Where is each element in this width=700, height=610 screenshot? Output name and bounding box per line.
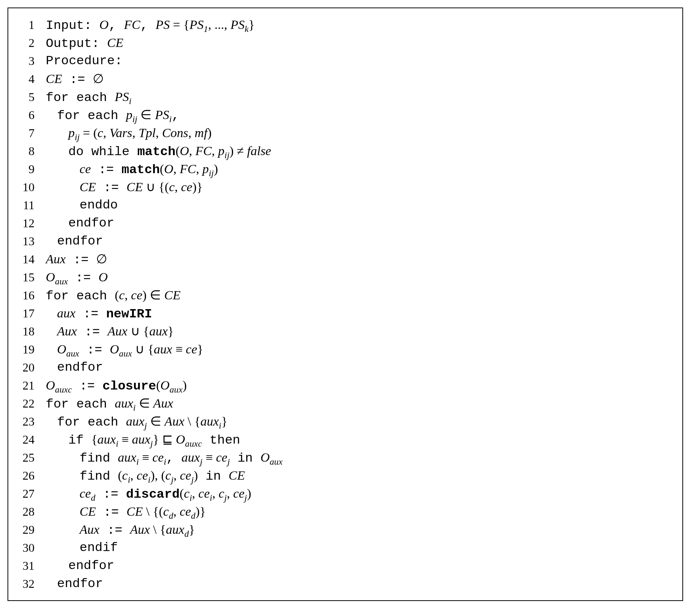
- code-token: endif: [80, 541, 118, 555]
- code-token: FC: [124, 18, 140, 32]
- code-line: for each pij ∈ PSi,: [46, 106, 675, 124]
- code-line: if {auxi ≡ auxj} ⊑ Oauxc then: [46, 430, 675, 448]
- code-token: ce: [180, 504, 191, 518]
- line-number-gutter: 1234567891011121314151617181920212223242…: [8, 8, 42, 600]
- code-token: \ {(: [143, 504, 163, 518]
- code-token: :=: [91, 163, 122, 177]
- code-token: do while: [68, 145, 137, 159]
- code-token: c: [98, 126, 103, 140]
- code-token: ce: [233, 486, 244, 500]
- code-token: p: [218, 144, 224, 158]
- code-token: ce: [181, 180, 192, 194]
- code-token: PS: [155, 18, 170, 32]
- code-token: ): [182, 378, 187, 392]
- line-number: 7: [8, 124, 42, 142]
- line-number: 11: [8, 196, 42, 214]
- code-line: Output: CE: [46, 34, 675, 52]
- code-line: aux := newIRI: [46, 304, 675, 322]
- code-token: CE: [80, 504, 96, 518]
- code-token: ,: [140, 18, 156, 33]
- code-token: CE: [46, 72, 62, 86]
- code-token: Procedure:: [46, 54, 122, 68]
- code-token: newIRI: [106, 307, 152, 321]
- code-token: match: [137, 145, 176, 159]
- code-line: find auxi ≡ cei, auxj ≡ cej in Oaux: [46, 448, 675, 467]
- code-token: PS: [115, 90, 129, 104]
- code-token: ): [194, 468, 198, 482]
- code-token: CE: [107, 36, 123, 50]
- code-line: ce := match(O, FC, pij): [46, 160, 675, 178]
- code-token: O: [46, 378, 55, 392]
- code-line: for each (c, ce) ∈ CE: [46, 286, 675, 304]
- code-token: (: [156, 378, 160, 392]
- code-token: O: [99, 18, 109, 32]
- code-token: {: [91, 432, 97, 446]
- line-number: 28: [8, 503, 42, 521]
- code-token: Output:: [46, 36, 107, 51]
- code-token: ,: [212, 144, 218, 158]
- line-number: 13: [8, 232, 42, 250]
- line-number: 10: [8, 178, 42, 196]
- code-token: CE: [126, 180, 143, 194]
- code-token: i: [219, 421, 221, 430]
- code-token: aux: [57, 306, 75, 320]
- code-token: :=: [75, 307, 106, 321]
- code-token: endfor: [68, 216, 114, 230]
- code-token: O: [110, 342, 119, 356]
- code-line: Aux := Aux \ {auxd}: [46, 521, 675, 539]
- code-token: for each: [46, 91, 115, 105]
- code-token: match: [122, 163, 160, 177]
- code-token: }: [221, 414, 227, 428]
- code-token: ce: [186, 342, 197, 356]
- code-token: in: [198, 469, 229, 483]
- code-token: ): [214, 162, 218, 176]
- code-token: )}: [196, 504, 206, 518]
- code-token: :=: [62, 72, 93, 87]
- code-token: ,: [130, 468, 137, 482]
- code-token: for each: [57, 415, 126, 429]
- code-token: CE: [229, 468, 245, 482]
- code-line: Procedure:: [46, 52, 675, 70]
- code-token: false: [247, 144, 271, 158]
- code-token: Aux: [46, 252, 66, 266]
- code-token: c: [166, 468, 171, 482]
- algorithm-listing: 1234567891011121314151617181920212223242…: [8, 8, 683, 601]
- code-token: O: [99, 270, 108, 284]
- code-token: ): [247, 486, 251, 500]
- code-token: c: [163, 504, 169, 518]
- code-token: ce: [80, 162, 91, 176]
- code-token: FC: [196, 144, 212, 158]
- code-token: ce: [199, 486, 210, 500]
- code-token: , ...,: [208, 18, 230, 32]
- code-token: O: [46, 270, 55, 284]
- code-token: c: [218, 486, 224, 500]
- code-token: d: [169, 511, 173, 521]
- code-token: :=: [68, 271, 99, 285]
- code-line: for each auxj ∈ Aux \ {auxi}: [46, 412, 675, 430]
- code-token: i: [164, 457, 166, 467]
- line-number: 31: [8, 557, 42, 575]
- code-token: :=: [96, 505, 126, 519]
- code-token: :=: [66, 253, 96, 267]
- code-token: if: [68, 433, 91, 447]
- code-token: }: [189, 522, 195, 536]
- code-token: ∈: [135, 396, 153, 410]
- code-token: Aux: [130, 522, 150, 536]
- code-token: auxc: [55, 385, 72, 394]
- code-token: 1: [204, 24, 208, 34]
- line-number: 30: [8, 539, 42, 557]
- code-token: ,: [166, 451, 182, 465]
- line-number: 29: [8, 521, 42, 539]
- line-number: 23: [8, 412, 42, 430]
- code-token: find: [80, 469, 118, 483]
- code-token: d: [91, 493, 95, 503]
- code-token: Aux: [164, 414, 184, 428]
- code-token: FC: [180, 162, 196, 176]
- code-token: CE: [126, 504, 143, 518]
- line-number: 25: [8, 448, 42, 467]
- code-token: discard: [126, 487, 180, 501]
- code-token: endfor: [57, 577, 103, 591]
- code-token: in: [230, 451, 260, 465]
- code-line: endfor: [46, 358, 675, 376]
- code-token: ≡: [139, 450, 152, 464]
